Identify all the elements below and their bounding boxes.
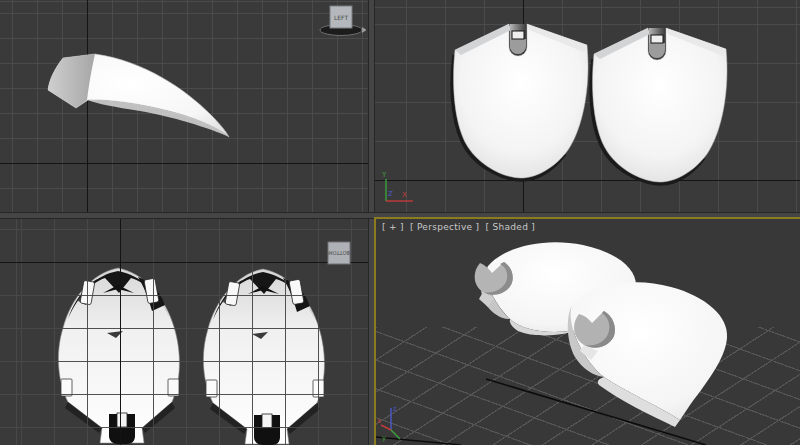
shell-object-bottom-view[interactable] <box>58 268 179 444</box>
shell-object-top-view[interactable] <box>452 24 588 180</box>
3d-app-viewport-area: LEFT <box>0 0 800 445</box>
viewport-top-view[interactable]: Y Z X <box>375 0 800 212</box>
viewport-view-label[interactable]: [ Perspective ] <box>410 222 479 232</box>
shell-object-top-view-2[interactable] <box>591 28 727 184</box>
shell-object-perspective-right[interactable] <box>568 282 727 427</box>
viewcube-face-label[interactable]: LEFT <box>334 14 348 21</box>
shell-object-bottom-view-2[interactable] <box>203 269 324 445</box>
viewport-menu-button[interactable]: [ + ] <box>382 222 404 232</box>
shell-object-side-view[interactable] <box>48 54 229 137</box>
viewport-shading-label[interactable]: [ Shaded ] <box>486 222 536 232</box>
viewport-perspective[interactable]: [ + ] [ Perspective ] [ Shaded ] <box>374 217 800 445</box>
viewport-left-view[interactable]: LEFT <box>0 0 368 212</box>
viewcube-rotate-arrow-icon[interactable] <box>362 27 366 33</box>
bottom-view-canvas <box>0 219 368 445</box>
viewcube-face-label[interactable]: BOTTOM <box>328 250 350 256</box>
ground-axis-line-2 <box>376 437 461 445</box>
left-view-canvas <box>0 0 368 212</box>
viewcube-left[interactable]: LEFT <box>318 4 366 38</box>
viewport-label: [ + ] [ Perspective ] [ Shaded ] <box>382 222 538 232</box>
viewcube-bottom[interactable]: BOTTOM <box>326 240 352 266</box>
top-view-canvas <box>375 0 800 212</box>
shell-tab <box>512 31 524 39</box>
perspective-canvas <box>376 219 800 445</box>
viewport-bottom-view[interactable]: BOTTOM <box>0 219 368 445</box>
